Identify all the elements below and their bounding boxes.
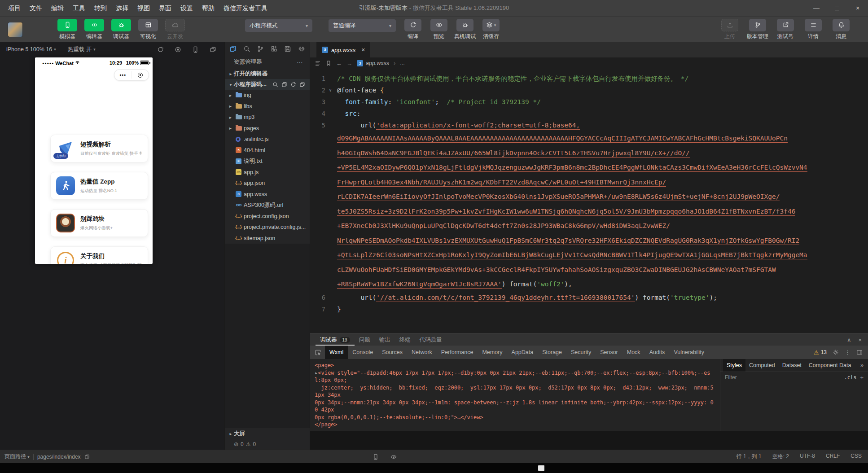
mode-button-模拟器[interactable]: 模拟器: [57, 19, 78, 40]
add-rule-icon[interactable]: +: [860, 374, 864, 381]
save-icon[interactable]: [284, 45, 291, 53]
tree-item-ing[interactable]: ▸ing: [225, 90, 310, 101]
fold-icon[interactable]: ∨: [329, 84, 332, 96]
breadcrumb-file[interactable]: 3 app.wxss: [357, 60, 389, 66]
mode-button-可视化[interactable]: 可视化: [137, 19, 159, 40]
compile-condition-select[interactable]: 普通编译 ▾: [329, 19, 396, 32]
card-别踩鸡块[interactable]: 别踩鸡块爆火网络小游戏+: [50, 209, 148, 237]
kebab-menu-icon[interactable]: ⋮: [845, 349, 850, 356]
tree-item-mp3[interactable]: ▸mp3: [225, 112, 310, 123]
screencast-icon[interactable]: [373, 454, 379, 460]
tab-app-wxss[interactable]: 3 app.wxss ×: [316, 42, 370, 57]
tree-item-ASP300源码.url[interactable]: ASP300源码.url: [225, 200, 310, 211]
devtools-tab-Mock[interactable]: Mock: [623, 346, 645, 359]
card-短视频解析[interactable]: 去水印短视频解析目前仅可皮皮虾 皮皮搞笑 快手 抖音 最右: [50, 135, 148, 162]
more-tabs-icon[interactable]: »: [860, 362, 868, 368]
tree-item-pages[interactable]: ▸pages: [225, 123, 310, 134]
action-button-预览[interactable]: 预览: [428, 19, 450, 40]
menu-item-帮助[interactable]: 帮助: [197, 0, 219, 16]
new-folder-icon[interactable]: [281, 82, 287, 88]
devtools-tab-Audits[interactable]: Audits: [645, 346, 670, 359]
debugger-tab-调试器[interactable]: 调试器13: [316, 334, 355, 346]
wxml-node[interactable]: ▸<view style="--d1padd:46px 17px 17px 17…: [315, 369, 715, 384]
back-icon[interactable]: ←: [336, 60, 342, 67]
language-mode[interactable]: CSS: [850, 453, 862, 460]
inspect-element-icon[interactable]: [315, 349, 321, 356]
warning-counter[interactable]: ⚠ 13: [814, 349, 827, 356]
tree-item-sitemap.json[interactable]: {…}sitemap.json: [225, 233, 310, 244]
collapse-panel-icon[interactable]: ∧: [847, 337, 851, 343]
tree-item-说明.txt[interactable]: ≡说明.txt: [225, 156, 310, 167]
card-热量值 Zepp[interactable]: 热量值 Zepp运动热量 排名NO.1: [50, 172, 148, 200]
rotate-icon[interactable]: [157, 46, 164, 53]
cursor-position[interactable]: 行 1，列 1: [736, 453, 762, 460]
hot-reload-select[interactable]: 热重载 开 ▾: [68, 46, 96, 53]
tree-item-app.json[interactable]: {…}app.json: [225, 178, 310, 189]
more-actions-icon[interactable]: ⋯: [297, 58, 303, 66]
wxml-node[interactable]: 0px 34px;--mnmn:21px 34px 0px 34px;--1m1…: [315, 399, 715, 414]
menu-item-视图[interactable]: 视图: [133, 0, 154, 16]
devtools-tab-Sources[interactable]: Sources: [377, 346, 407, 359]
devtools-tab-Performance[interactable]: Performance: [437, 346, 478, 359]
toolbar-button-详情[interactable]: 详情: [802, 19, 824, 40]
copy-icon[interactable]: [84, 454, 90, 460]
eol-setting[interactable]: CRLF: [826, 453, 840, 460]
devtools-tab-Memory[interactable]: Memory: [478, 346, 507, 359]
panel-layout-icon[interactable]: [856, 349, 863, 355]
breadcrumb-more[interactable]: ...: [400, 60, 404, 66]
menu-item-转到[interactable]: 转到: [90, 0, 111, 16]
outline-icon[interactable]: [315, 60, 321, 66]
device-icon[interactable]: [192, 46, 199, 53]
styles-tab-Component Data[interactable]: Component Data: [805, 359, 855, 372]
indent-setting[interactable]: 空格: 2: [772, 453, 789, 460]
menu-item-编辑[interactable]: 编辑: [47, 0, 68, 16]
styles-tab-Styles[interactable]: Styles: [723, 359, 745, 372]
paw-icon[interactable]: [298, 45, 305, 53]
devtools-tab-Security[interactable]: Security: [566, 346, 596, 359]
search-icon[interactable]: [243, 45, 250, 53]
section-open-editors[interactable]: ▸ 打开的编辑器: [225, 68, 310, 79]
menu-item-界面[interactable]: 界面: [154, 0, 176, 16]
mode-button-云开发[interactable]: 云开发: [164, 19, 186, 40]
devtools-tab-AppData[interactable]: AppData: [507, 346, 538, 359]
detach-window-icon[interactable]: [210, 46, 216, 53]
extensions-icon[interactable]: [271, 45, 278, 53]
menu-item-设置[interactable]: 设置: [176, 0, 197, 16]
close-tab-icon[interactable]: ×: [361, 46, 365, 53]
tree-item-app.js[interactable]: JSapp.js: [225, 167, 310, 178]
problems-summary[interactable]: ⊘ 0 ⚠ 0: [225, 439, 310, 450]
styles-tab-Computed[interactable]: Computed: [745, 359, 779, 372]
gear-icon[interactable]: [833, 349, 839, 355]
card-关于我们[interactable]: i关于我们不会使用 或有问题可点我获取帮助: [50, 246, 148, 264]
maximize-button[interactable]: [827, 0, 847, 16]
more-menu-button[interactable]: •••: [114, 72, 132, 78]
record-icon[interactable]: [175, 46, 181, 53]
exit-button[interactable]: [132, 73, 149, 78]
devtools-tab-Vulnerability[interactable]: Vulnerability: [669, 346, 709, 359]
taskbar-item[interactable]: [538, 465, 544, 471]
devtools-tab-Sensor[interactable]: Sensor: [596, 346, 623, 359]
toolbar-button-版本管理[interactable]: 版本管理: [747, 19, 768, 40]
mode-button-调试器[interactable]: 调试器: [110, 19, 132, 40]
menu-item-文件[interactable]: 文件: [25, 0, 47, 16]
tree-item-404.html[interactable]: 5404.html: [225, 145, 310, 156]
action-button-真机调试[interactable]: 真机调试: [454, 19, 476, 40]
debugger-tab-终端[interactable]: 终端: [395, 334, 415, 346]
toolbar-button-测试号[interactable]: 测试号: [775, 19, 796, 40]
page-path-select[interactable]: 页面路径 ▾: [4, 453, 30, 460]
wxml-node[interactable]: </page>: [315, 421, 715, 429]
eye-icon[interactable]: [390, 454, 397, 460]
devtools-tab-Wxml[interactable]: Wxml: [325, 346, 348, 359]
devtools-tab-Storage[interactable]: Storage: [538, 346, 566, 359]
refresh-icon[interactable]: [290, 82, 296, 88]
source-control-icon[interactable]: [257, 45, 264, 53]
menu-item-选择[interactable]: 选择: [111, 0, 133, 16]
devtools-tab-Network[interactable]: Network: [407, 346, 437, 359]
menu-item-工具[interactable]: 工具: [68, 0, 90, 16]
encoding-setting[interactable]: UTF-8: [800, 453, 815, 460]
devtools-tab-Console[interactable]: Console: [348, 346, 377, 359]
mode-button-编辑器[interactable]: 编辑器: [83, 19, 105, 40]
new-file-icon[interactable]: [272, 82, 278, 88]
tree-item-project.config.json[interactable]: {…}project.config.json: [225, 211, 310, 222]
bookmark-icon[interactable]: [325, 60, 332, 66]
